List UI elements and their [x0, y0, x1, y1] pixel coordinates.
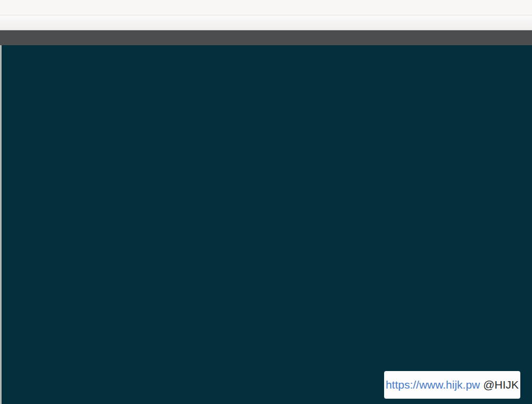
watermark: https://www.hijk.pw @HIJK: [384, 371, 520, 399]
toolbar: [0, 15, 532, 30]
watermark-handle: @HIJK: [483, 378, 519, 391]
watermark-link: https://www.hijk.pw: [386, 378, 480, 391]
tab-bar: [0, 30, 532, 45]
menu-bar: [0, 0, 532, 15]
editor[interactable]: https://www.hijk.pw @HIJK: [0, 45, 532, 404]
